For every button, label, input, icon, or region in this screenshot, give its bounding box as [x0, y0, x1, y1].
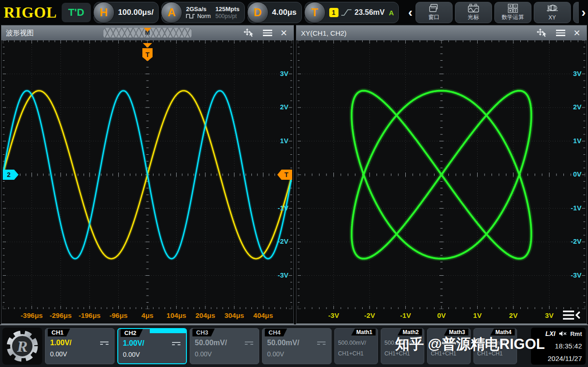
rising-edge-icon: [341, 8, 352, 17]
y-axis-label: 3V: [269, 70, 288, 77]
math-card-math1[interactable]: Math1 500.00mV/ CH1+CH1: [334, 328, 378, 364]
toolbar-next-button[interactable]: ›: [581, 6, 586, 19]
panel-close-icon[interactable]: ×: [281, 27, 287, 38]
trigger-badge: T: [304, 2, 326, 23]
trigger-status-indicator[interactable]: T'D: [62, 3, 91, 22]
delay-value: 4.00μs: [272, 8, 297, 17]
toolbar-button-label: 光标: [468, 13, 479, 21]
trigger-level-value: 23.56mV: [355, 8, 385, 17]
svg-text:R: R: [17, 338, 28, 355]
rigol-logo: RIGOL: [2, 5, 59, 20]
function-toolbar: ‹ 窗口 光标: [408, 2, 586, 23]
waveform-panel-header[interactable]: 波形视图 M: [1, 25, 294, 40]
trigger-sweep-mode: A: [389, 9, 394, 17]
horizontal-scale-value: 100.00μs/: [118, 8, 154, 17]
channel-name-tab: CH3: [192, 329, 215, 336]
waveform-graticule[interactable]: T T 2 3V2V1V-1V-2V-3V: [3, 40, 292, 309]
toolbar-button-xy[interactable]: XY: [534, 2, 571, 23]
pan-hand-icon[interactable]: [243, 28, 255, 38]
lxi-label: LXI: [545, 330, 556, 337]
toolbar-button-window[interactable]: 窗口: [415, 2, 453, 23]
y-axis-label: -2V: [562, 237, 582, 245]
memory-position-bar[interactable]: M: [103, 28, 192, 38]
delay-badge: D: [247, 2, 268, 23]
channel-scale-value: 50.00mV/: [267, 339, 299, 347]
xy-mode-icon: [546, 5, 558, 14]
y-axis-label: -1V: [562, 204, 582, 212]
trigger-position-marker[interactable]: T: [142, 43, 153, 61]
toolbar-button-math[interactable]: 数学运算: [494, 2, 531, 23]
y-axis-label: -2V: [269, 237, 288, 245]
panel-menu-icon[interactable]: [263, 30, 272, 36]
toolbar-button-label: 窗口: [428, 13, 440, 21]
channel-name-tab: CH2: [121, 329, 143, 337]
zhihu-watermark: 知乎 @普源精电RIGOL: [395, 335, 545, 354]
x-axis-label: -1V: [400, 311, 411, 319]
xy-graticule[interactable]: 3V2V1V0V-1V-2V-3V: [298, 40, 585, 309]
math-name-tab: Math1: [351, 329, 376, 335]
y-axis-label: 0V: [562, 170, 582, 178]
x-axis-label: -396μs: [21, 311, 43, 319]
waveform-traces: [3, 40, 292, 309]
dc-coupling-icon: [245, 342, 253, 345]
channel-card-ch3[interactable]: CH3 50.00mV/ 0.00V: [190, 328, 259, 364]
memory-depth-value: 125Mpts: [216, 6, 240, 13]
math-scale-value: 500.00mV/: [335, 340, 377, 346]
sound-muted-icon: [559, 330, 567, 337]
x-axis-label: -2V: [364, 311, 375, 319]
channel-name-tab: CH4: [265, 329, 287, 336]
channel-selected-strip: [150, 329, 186, 333]
sample-rate-value: 2GSa/s: [186, 6, 211, 13]
channel-offset-value: 0.00V: [262, 350, 331, 358]
x-axis-label: -296μs: [50, 311, 72, 319]
xy-panel-header[interactable]: XY(CH1, CH2) ×: [296, 25, 587, 40]
trigger-position-flag: T: [142, 48, 153, 61]
xy-horizontal-axis-labels: -3V-2V-1V0V1V2V3V: [298, 309, 585, 323]
channel-scale-value: 1.00V/: [123, 339, 144, 348]
xy-view-panel: XY(CH1, CH2) ×: [296, 25, 587, 324]
math-operations-icon: [507, 4, 518, 13]
time-axis-labels: -396μs-296μs-196μs-96μs4μs104μs204μs304μ…: [3, 309, 292, 323]
toolbar-button-partial[interactable]: [573, 2, 579, 23]
toolbar-button-label: 数学运算: [502, 13, 524, 21]
y-axis-label: -1V: [269, 204, 288, 212]
panel-close-icon[interactable]: ×: [574, 27, 580, 38]
remote-indicator: Rmt: [570, 330, 582, 337]
y-axis-label: 2V: [562, 103, 582, 111]
rigol-gear-logo[interactable]: R: [2, 328, 42, 365]
toolbar-button-cursor[interactable]: 光标: [455, 2, 492, 23]
waveform-view-panel: 波形视图 M: [1, 25, 294, 324]
pan-hand-icon[interactable]: [537, 28, 548, 38]
x-axis-label: 104μs: [166, 311, 186, 319]
channel-offset-value: 0.00V: [190, 350, 259, 358]
x-axis-label: 2V: [509, 311, 518, 319]
channel-scale-value: 50.00mV/: [195, 339, 227, 347]
sample-resolution-value: 500ps/pt: [216, 13, 240, 19]
dc-coupling-icon: [317, 342, 326, 345]
oscilloscope-screen: RIGOL T'D H 100.00μs/ A 2GSa/s Norm: [0, 0, 588, 367]
waveform-panel-title: 波形视图: [6, 29, 34, 38]
panel-menu-icon[interactable]: [556, 30, 565, 36]
channel-card-ch2[interactable]: CH2 1.00V/ 0.00V: [117, 328, 187, 364]
channel-card-ch4[interactable]: CH4 50.00mV/ 0.00V: [262, 328, 332, 364]
toolbar-prev-button[interactable]: ‹: [408, 6, 413, 19]
math-expression: CH1+CH1: [335, 350, 377, 357]
dc-coupling-icon: [100, 342, 109, 345]
x-axis-label: 1V: [473, 311, 481, 319]
x-axis-label: 3V: [545, 311, 553, 319]
memory-trigger-marker: [144, 28, 151, 32]
horizontal-settings-button[interactable]: H 100.00μs/: [94, 2, 159, 23]
channel-scale-value: 1.00V/: [50, 339, 71, 347]
channel-card-ch1[interactable]: CH1 1.00V/ 0.00V: [45, 328, 115, 364]
x-axis-label: 404μs: [253, 311, 273, 319]
y-axis-label: 2V: [269, 103, 288, 111]
delay-settings-button[interactable]: D 4.00μs: [248, 2, 302, 23]
channel-offset-value: 0.00V: [45, 350, 114, 358]
y-axis-label: 1V: [269, 137, 288, 145]
system-date: 2024/11/27: [535, 354, 582, 362]
collapse-menu-icon[interactable]: [562, 309, 582, 324]
y-axis-label: -3V: [562, 271, 582, 279]
trigger-settings-button[interactable]: T 1 23.56mV A: [305, 2, 399, 23]
acquisition-settings-button[interactable]: A 2GSa/s Norm 125Mpts 500ps/pt: [161, 2, 244, 23]
x-axis-label: 0V: [437, 311, 446, 319]
